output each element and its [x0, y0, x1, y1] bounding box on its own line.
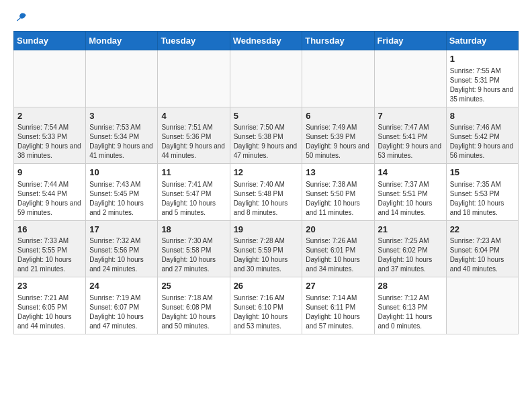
day-number: 3 — [89, 110, 154, 122]
day-info: Sunrise: 7:44 AM Sunset: 5:44 PM Dayligh… — [17, 180, 82, 218]
calendar-cell: 7Sunrise: 7:47 AM Sunset: 5:41 PM Daylig… — [374, 107, 446, 164]
day-info: Sunrise: 7:55 AM Sunset: 5:31 PM Dayligh… — [450, 66, 515, 104]
calendar-cell: 27Sunrise: 7:14 AM Sunset: 6:11 PM Dayli… — [302, 277, 374, 334]
weekday-header-saturday: Saturday — [446, 32, 518, 50]
day-number: 12 — [234, 167, 299, 179]
calendar-cell: 23Sunrise: 7:21 AM Sunset: 6:05 PM Dayli… — [14, 277, 86, 334]
day-info: Sunrise: 7:38 AM Sunset: 5:50 PM Dayligh… — [306, 180, 370, 218]
day-info: Sunrise: 7:35 AM Sunset: 5:53 PM Dayligh… — [450, 180, 515, 218]
calendar-week-row: 1Sunrise: 7:55 AM Sunset: 5:31 PM Daylig… — [14, 50, 519, 107]
day-number: 20 — [306, 224, 370, 236]
calendar-cell: 10Sunrise: 7:43 AM Sunset: 5:45 PM Dayli… — [86, 164, 158, 221]
calendar-cell — [86, 50, 158, 107]
day-info: Sunrise: 7:26 AM Sunset: 6:01 PM Dayligh… — [306, 236, 370, 274]
weekday-header-row: SundayMondayTuesdayWednesdayThursdayFrid… — [14, 32, 519, 50]
calendar-week-row: 9Sunrise: 7:44 AM Sunset: 5:44 PM Daylig… — [14, 164, 519, 221]
calendar-week-row: 23Sunrise: 7:21 AM Sunset: 6:05 PM Dayli… — [14, 277, 519, 334]
day-number: 15 — [450, 167, 515, 179]
calendar-cell — [158, 50, 230, 107]
calendar-cell: 22Sunrise: 7:23 AM Sunset: 6:04 PM Dayli… — [446, 220, 518, 277]
calendar-cell: 16Sunrise: 7:33 AM Sunset: 5:55 PM Dayli… — [14, 220, 86, 277]
day-info: Sunrise: 7:16 AM Sunset: 6:10 PM Dayligh… — [234, 293, 299, 331]
day-info: Sunrise: 7:50 AM Sunset: 5:38 PM Dayligh… — [234, 123, 299, 161]
calendar-cell — [374, 50, 446, 107]
day-number: 16 — [17, 224, 82, 236]
calendar-week-row: 16Sunrise: 7:33 AM Sunset: 5:55 PM Dayli… — [14, 220, 519, 277]
logo — [13, 11, 28, 24]
calendar-cell: 13Sunrise: 7:38 AM Sunset: 5:50 PM Dayli… — [302, 164, 374, 221]
calendar-cell: 20Sunrise: 7:26 AM Sunset: 6:01 PM Dayli… — [302, 220, 374, 277]
day-info: Sunrise: 7:30 AM Sunset: 5:58 PM Dayligh… — [161, 236, 226, 274]
day-info: Sunrise: 7:47 AM Sunset: 5:41 PM Dayligh… — [378, 123, 443, 161]
calendar-week-row: 2Sunrise: 7:54 AM Sunset: 5:33 PM Daylig… — [14, 107, 519, 164]
calendar-cell: 2Sunrise: 7:54 AM Sunset: 5:33 PM Daylig… — [14, 107, 86, 164]
calendar-cell: 5Sunrise: 7:50 AM Sunset: 5:38 PM Daylig… — [230, 107, 302, 164]
day-number: 25 — [161, 280, 226, 292]
calendar-cell — [14, 50, 86, 107]
calendar-cell: 8Sunrise: 7:46 AM Sunset: 5:42 PM Daylig… — [446, 107, 518, 164]
day-info: Sunrise: 7:25 AM Sunset: 6:02 PM Dayligh… — [378, 236, 443, 274]
day-info: Sunrise: 7:41 AM Sunset: 5:47 PM Dayligh… — [161, 180, 226, 218]
day-number: 28 — [378, 280, 443, 292]
day-info: Sunrise: 7:19 AM Sunset: 6:07 PM Dayligh… — [89, 293, 154, 331]
weekday-header-tuesday: Tuesday — [158, 32, 230, 50]
day-number: 27 — [306, 280, 370, 292]
day-number: 26 — [234, 280, 299, 292]
day-info: Sunrise: 7:54 AM Sunset: 5:33 PM Dayligh… — [17, 123, 82, 161]
day-info: Sunrise: 7:37 AM Sunset: 5:51 PM Dayligh… — [378, 180, 443, 218]
day-number: 13 — [306, 167, 370, 179]
day-number: 1 — [450, 53, 515, 65]
weekday-header-thursday: Thursday — [302, 32, 374, 50]
day-info: Sunrise: 7:33 AM Sunset: 5:55 PM Dayligh… — [17, 236, 82, 274]
page-container: SundayMondayTuesdayWednesdayThursdayFrid… — [0, 0, 532, 345]
calendar-cell: 12Sunrise: 7:40 AM Sunset: 5:48 PM Dayli… — [230, 164, 302, 221]
calendar-cell: 11Sunrise: 7:41 AM Sunset: 5:47 PM Dayli… — [158, 164, 230, 221]
day-info: Sunrise: 7:18 AM Sunset: 6:08 PM Dayligh… — [161, 293, 226, 331]
day-info: Sunrise: 7:21 AM Sunset: 6:05 PM Dayligh… — [17, 293, 82, 331]
calendar-cell: 28Sunrise: 7:12 AM Sunset: 6:13 PM Dayli… — [374, 277, 446, 334]
day-number: 17 — [89, 224, 154, 236]
calendar-cell — [446, 277, 518, 334]
day-number: 5 — [234, 110, 299, 122]
day-number: 21 — [378, 224, 443, 236]
weekday-header-friday: Friday — [374, 32, 446, 50]
calendar-cell: 17Sunrise: 7:32 AM Sunset: 5:56 PM Dayli… — [86, 220, 158, 277]
calendar-cell: 25Sunrise: 7:18 AM Sunset: 6:08 PM Dayli… — [158, 277, 230, 334]
day-number: 18 — [161, 224, 226, 236]
day-info: Sunrise: 7:28 AM Sunset: 5:59 PM Dayligh… — [234, 236, 299, 274]
day-number: 23 — [17, 280, 82, 292]
calendar-cell — [230, 50, 302, 107]
weekday-header-monday: Monday — [86, 32, 158, 50]
day-number: 24 — [89, 280, 154, 292]
day-info: Sunrise: 7:53 AM Sunset: 5:34 PM Dayligh… — [89, 123, 154, 161]
calendar-cell: 15Sunrise: 7:35 AM Sunset: 5:53 PM Dayli… — [446, 164, 518, 221]
calendar-cell: 1Sunrise: 7:55 AM Sunset: 5:31 PM Daylig… — [446, 50, 518, 107]
day-info: Sunrise: 7:32 AM Sunset: 5:56 PM Dayligh… — [89, 236, 154, 274]
calendar-cell: 6Sunrise: 7:49 AM Sunset: 5:39 PM Daylig… — [302, 107, 374, 164]
day-number: 19 — [234, 224, 299, 236]
day-number: 8 — [450, 110, 515, 122]
day-number: 14 — [378, 167, 443, 179]
calendar-table: SundayMondayTuesdayWednesdayThursdayFrid… — [13, 31, 519, 334]
calendar-cell: 3Sunrise: 7:53 AM Sunset: 5:34 PM Daylig… — [86, 107, 158, 164]
day-info: Sunrise: 7:46 AM Sunset: 5:42 PM Dayligh… — [450, 123, 515, 161]
day-info: Sunrise: 7:12 AM Sunset: 6:13 PM Dayligh… — [378, 293, 443, 331]
calendar-cell: 14Sunrise: 7:37 AM Sunset: 5:51 PM Dayli… — [374, 164, 446, 221]
calendar-cell: 26Sunrise: 7:16 AM Sunset: 6:10 PM Dayli… — [230, 277, 302, 334]
day-number: 2 — [17, 110, 82, 122]
calendar-cell: 21Sunrise: 7:25 AM Sunset: 6:02 PM Dayli… — [374, 220, 446, 277]
day-number: 9 — [17, 167, 82, 179]
calendar-cell: 19Sunrise: 7:28 AM Sunset: 5:59 PM Dayli… — [230, 220, 302, 277]
calendar-cell: 18Sunrise: 7:30 AM Sunset: 5:58 PM Dayli… — [158, 220, 230, 277]
day-number: 4 — [161, 110, 226, 122]
day-info: Sunrise: 7:14 AM Sunset: 6:11 PM Dayligh… — [306, 293, 370, 331]
day-info: Sunrise: 7:51 AM Sunset: 5:36 PM Dayligh… — [161, 123, 226, 161]
weekday-header-sunday: Sunday — [14, 32, 86, 50]
day-number: 11 — [161, 167, 226, 179]
day-info: Sunrise: 7:23 AM Sunset: 6:04 PM Dayligh… — [450, 236, 515, 274]
calendar-cell: 9Sunrise: 7:44 AM Sunset: 5:44 PM Daylig… — [14, 164, 86, 221]
day-number: 6 — [306, 110, 370, 122]
header — [13, 11, 519, 24]
calendar-cell — [302, 50, 374, 107]
weekday-header-wednesday: Wednesday — [230, 32, 302, 50]
